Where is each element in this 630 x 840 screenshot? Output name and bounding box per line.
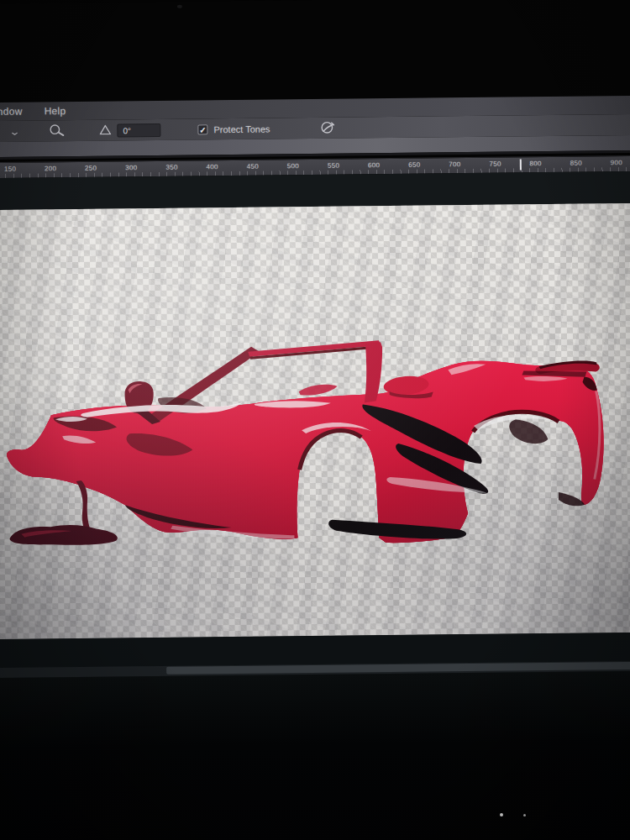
protect-tones-checkbox[interactable]: ✓: [197, 124, 207, 134]
ruler-tick-label: 200: [45, 165, 56, 172]
menu-item-help[interactable]: Help: [45, 105, 66, 117]
ruler-tick-label: 650: [408, 161, 420, 169]
document-canvas[interactable]: [0, 203, 630, 639]
ruler-tick-label: 550: [328, 162, 339, 170]
power-led-dot: [500, 813, 503, 816]
ruler-tick-label: 450: [247, 163, 259, 171]
chevron-down-icon[interactable]: ⌄: [8, 125, 20, 137]
ruler-tick-label: 500: [287, 162, 299, 170]
ruler-tick-label: 350: [165, 164, 177, 171]
power-led-dot: [523, 814, 526, 816]
ruler-tick-label: 750: [489, 160, 501, 168]
dodge-tool-icon[interactable]: [47, 123, 66, 139]
dust-speck: [177, 5, 182, 8]
angle-field[interactable]: 0°: [117, 123, 160, 137]
airbrush-icon[interactable]: [318, 119, 335, 136]
menu-item-window[interactable]: Window: [0, 106, 23, 118]
monitor-bezel-bottom: [0, 671, 630, 840]
protect-tones-label: Protect Tones: [213, 123, 270, 134]
ruler-tick-label: 700: [449, 160, 460, 168]
ruler-tick-label: 150: [4, 165, 16, 173]
ruler-tick-label: 900: [611, 159, 622, 166]
ruler-cursor-indicator: [520, 159, 522, 170]
ruler-tick-label: 850: [570, 160, 582, 167]
ruler-tick-label: 400: [206, 163, 218, 171]
monitor-screen: Window Help ⌄ 0° ✓ Protect Tones: [0, 0, 630, 840]
ruler-tick-label: 300: [125, 164, 137, 171]
ruler-tick-label: 800: [529, 160, 541, 167]
ruler-tick-label: 600: [368, 161, 380, 169]
monitor-bezel-top: [0, 0, 630, 102]
ruler-tick-label: 250: [85, 165, 97, 172]
car-artwork: [3, 328, 606, 554]
brush-angle-icon: [99, 124, 111, 136]
